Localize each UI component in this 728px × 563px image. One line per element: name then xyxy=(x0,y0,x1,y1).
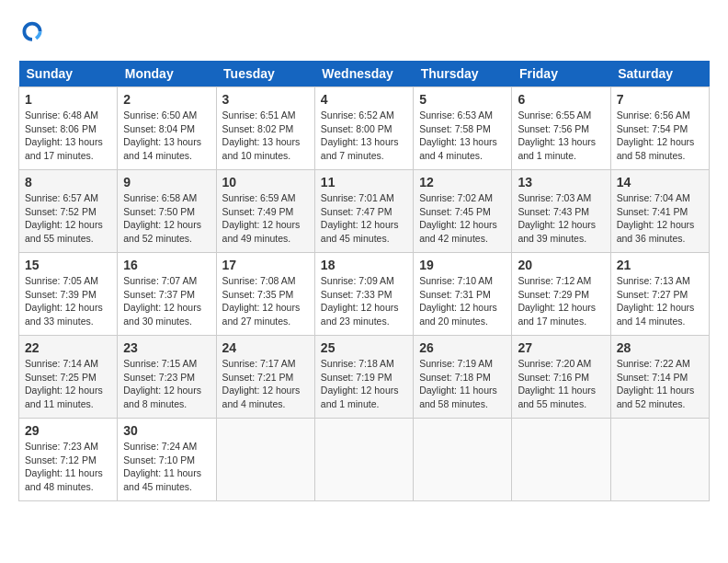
day-info: Sunrise: 6:53 AMSunset: 7:58 PMDaylight:… xyxy=(419,109,506,163)
calendar-week-row: 22Sunrise: 7:14 AMSunset: 7:25 PMDayligh… xyxy=(19,336,710,419)
day-number: 28 xyxy=(617,340,703,355)
day-number: 5 xyxy=(419,92,506,107)
table-row: 4Sunrise: 6:52 AMSunset: 8:00 PMDaylight… xyxy=(314,87,413,170)
day-number: 12 xyxy=(419,175,506,190)
day-number: 3 xyxy=(222,92,309,107)
table-row: 19Sunrise: 7:10 AMSunset: 7:31 PMDayligh… xyxy=(414,253,512,336)
day-number: 30 xyxy=(123,423,210,438)
day-number: 25 xyxy=(321,340,407,355)
day-number: 6 xyxy=(518,92,604,107)
table-row: 9Sunrise: 6:58 AMSunset: 7:50 PMDaylight… xyxy=(118,170,216,253)
table-row: 27Sunrise: 7:20 AMSunset: 7:16 PMDayligh… xyxy=(512,336,610,419)
day-number: 1 xyxy=(25,92,111,107)
header-row: Sunday Monday Tuesday Wednesday Thursday… xyxy=(19,61,710,87)
table-row: 3Sunrise: 6:51 AMSunset: 8:02 PMDaylight… xyxy=(216,87,314,170)
table-row: 12Sunrise: 7:02 AMSunset: 7:45 PMDayligh… xyxy=(414,170,512,253)
table-row: 7Sunrise: 6:56 AMSunset: 7:54 PMDaylight… xyxy=(610,87,709,170)
table-row xyxy=(512,419,610,501)
table-row: 1Sunrise: 6:48 AMSunset: 8:06 PMDaylight… xyxy=(19,87,118,170)
col-friday: Friday xyxy=(512,61,610,87)
day-info: Sunrise: 6:56 AMSunset: 7:54 PMDaylight:… xyxy=(617,109,703,163)
day-info: Sunrise: 7:09 AMSunset: 7:33 PMDaylight:… xyxy=(321,274,407,328)
day-info: Sunrise: 7:14 AMSunset: 7:25 PMDaylight:… xyxy=(25,357,111,411)
table-row: 2Sunrise: 6:50 AMSunset: 8:04 PMDaylight… xyxy=(118,87,216,170)
day-info: Sunrise: 6:51 AMSunset: 8:02 PMDaylight:… xyxy=(222,109,309,163)
day-info: Sunrise: 6:48 AMSunset: 8:06 PMDaylight:… xyxy=(25,109,111,163)
calendar-week-row: 29Sunrise: 7:23 AMSunset: 7:12 PMDayligh… xyxy=(19,419,710,501)
col-sunday: Sunday xyxy=(19,61,118,87)
day-info: Sunrise: 7:12 AMSunset: 7:29 PMDaylight:… xyxy=(518,274,604,328)
table-row: 8Sunrise: 6:57 AMSunset: 7:52 PMDaylight… xyxy=(19,170,118,253)
calendar-week-row: 1Sunrise: 6:48 AMSunset: 8:06 PMDaylight… xyxy=(19,87,710,170)
day-number: 27 xyxy=(518,340,604,355)
table-row: 26Sunrise: 7:19 AMSunset: 7:18 PMDayligh… xyxy=(414,336,512,419)
day-info: Sunrise: 6:57 AMSunset: 7:52 PMDaylight:… xyxy=(25,191,111,246)
day-number: 22 xyxy=(25,340,111,355)
col-monday: Monday xyxy=(118,61,216,87)
day-info: Sunrise: 7:04 AMSunset: 7:41 PMDaylight:… xyxy=(617,191,703,246)
table-row: 21Sunrise: 7:13 AMSunset: 7:27 PMDayligh… xyxy=(610,253,709,336)
day-info: Sunrise: 7:23 AMSunset: 7:12 PMDaylight:… xyxy=(25,440,111,494)
day-info: Sunrise: 7:18 AMSunset: 7:19 PMDaylight:… xyxy=(321,357,407,411)
day-number: 18 xyxy=(321,258,407,272)
day-info: Sunrise: 7:03 AMSunset: 7:43 PMDaylight:… xyxy=(518,191,604,246)
day-number: 26 xyxy=(419,340,506,355)
day-info: Sunrise: 7:20 AMSunset: 7:16 PMDaylight:… xyxy=(518,357,604,411)
table-row: 17Sunrise: 7:08 AMSunset: 7:35 PMDayligh… xyxy=(216,253,314,336)
table-row: 24Sunrise: 7:17 AMSunset: 7:21 PMDayligh… xyxy=(216,336,314,419)
col-thursday: Thursday xyxy=(414,61,512,87)
day-info: Sunrise: 7:19 AMSunset: 7:18 PMDaylight:… xyxy=(419,357,506,411)
day-number: 4 xyxy=(321,92,407,107)
day-info: Sunrise: 7:08 AMSunset: 7:35 PMDaylight:… xyxy=(222,274,309,328)
col-tuesday: Tuesday xyxy=(216,61,314,87)
table-row: 25Sunrise: 7:18 AMSunset: 7:19 PMDayligh… xyxy=(314,336,413,419)
table-row: 23Sunrise: 7:15 AMSunset: 7:23 PMDayligh… xyxy=(118,336,216,419)
day-number: 20 xyxy=(518,258,604,272)
day-number: 10 xyxy=(222,175,309,190)
day-number: 24 xyxy=(222,340,309,355)
table-row: 16Sunrise: 7:07 AMSunset: 7:37 PMDayligh… xyxy=(118,253,216,336)
day-info: Sunrise: 7:24 AMSunset: 7:10 PMDaylight:… xyxy=(123,440,210,494)
day-number: 21 xyxy=(617,258,703,272)
table-row: 15Sunrise: 7:05 AMSunset: 7:39 PMDayligh… xyxy=(19,253,118,336)
day-info: Sunrise: 7:02 AMSunset: 7:45 PMDaylight:… xyxy=(419,191,506,246)
calendar-table: Sunday Monday Tuesday Wednesday Thursday… xyxy=(18,61,710,501)
table-row: 29Sunrise: 7:23 AMSunset: 7:12 PMDayligh… xyxy=(19,419,118,501)
table-row: 18Sunrise: 7:09 AMSunset: 7:33 PMDayligh… xyxy=(314,253,413,336)
day-info: Sunrise: 7:22 AMSunset: 7:14 PMDaylight:… xyxy=(617,357,703,411)
calendar-week-row: 15Sunrise: 7:05 AMSunset: 7:39 PMDayligh… xyxy=(19,253,710,336)
table-row: 13Sunrise: 7:03 AMSunset: 7:43 PMDayligh… xyxy=(512,170,610,253)
day-number: 2 xyxy=(123,92,210,107)
table-row xyxy=(216,419,314,501)
table-row xyxy=(610,419,709,501)
table-row: 6Sunrise: 6:55 AMSunset: 7:56 PMDaylight… xyxy=(512,87,610,170)
day-number: 17 xyxy=(222,258,309,272)
day-info: Sunrise: 6:50 AMSunset: 8:04 PMDaylight:… xyxy=(123,109,210,163)
day-info: Sunrise: 7:01 AMSunset: 7:47 PMDaylight:… xyxy=(321,191,407,246)
day-info: Sunrise: 6:59 AMSunset: 7:49 PMDaylight:… xyxy=(222,191,309,246)
day-info: Sunrise: 7:07 AMSunset: 7:37 PMDaylight:… xyxy=(123,274,210,328)
table-row: 22Sunrise: 7:14 AMSunset: 7:25 PMDayligh… xyxy=(19,336,118,419)
day-info: Sunrise: 7:10 AMSunset: 7:31 PMDaylight:… xyxy=(419,274,506,328)
day-number: 19 xyxy=(419,258,506,272)
logo xyxy=(18,18,50,46)
day-info: Sunrise: 6:52 AMSunset: 8:00 PMDaylight:… xyxy=(321,109,407,163)
table-row: 30Sunrise: 7:24 AMSunset: 7:10 PMDayligh… xyxy=(118,419,216,501)
day-info: Sunrise: 7:15 AMSunset: 7:23 PMDaylight:… xyxy=(123,357,210,411)
day-number: 11 xyxy=(321,175,407,190)
day-number: 29 xyxy=(25,423,111,438)
logo-icon xyxy=(18,18,46,46)
day-info: Sunrise: 6:55 AMSunset: 7:56 PMDaylight:… xyxy=(518,109,604,163)
day-info: Sunrise: 7:17 AMSunset: 7:21 PMDaylight:… xyxy=(222,357,309,411)
page-header xyxy=(18,18,710,46)
day-number: 14 xyxy=(617,175,703,190)
table-row xyxy=(414,419,512,501)
day-number: 15 xyxy=(25,258,111,272)
table-row xyxy=(314,419,413,501)
day-info: Sunrise: 7:05 AMSunset: 7:39 PMDaylight:… xyxy=(25,274,111,328)
day-number: 13 xyxy=(518,175,604,190)
calendar-week-row: 8Sunrise: 6:57 AMSunset: 7:52 PMDaylight… xyxy=(19,170,710,253)
table-row: 11Sunrise: 7:01 AMSunset: 7:47 PMDayligh… xyxy=(314,170,413,253)
col-saturday: Saturday xyxy=(610,61,709,87)
table-row: 20Sunrise: 7:12 AMSunset: 7:29 PMDayligh… xyxy=(512,253,610,336)
